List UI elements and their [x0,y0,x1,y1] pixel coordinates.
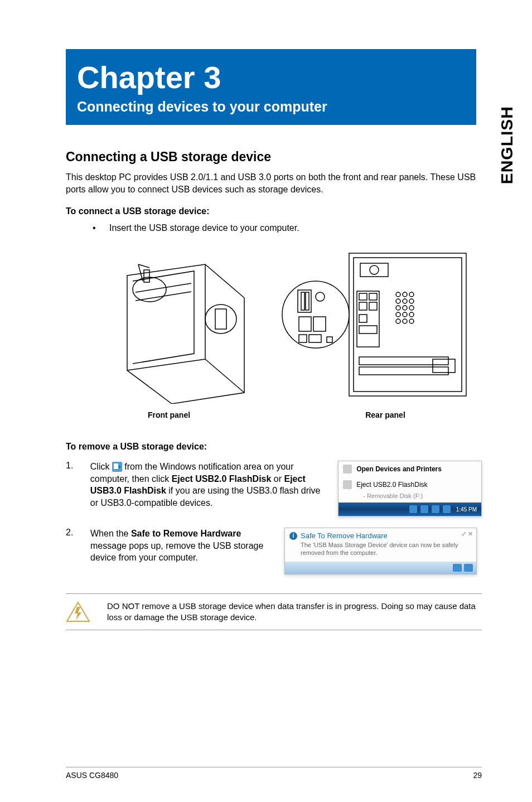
step-1-mid2: or [271,474,284,484]
svg-marker-52 [75,607,81,620]
balloon-title-text: Safe To Remove Hardware [301,532,388,540]
step-2-text: When the Safe to Remove Hardware message… [90,528,274,564]
taskbar-icon [432,505,439,513]
step-2-pre: When the [90,529,131,538]
taskbar: 1:45 PM [338,503,481,516]
connect-bullet-text: Insert the USB storage device to your co… [109,223,299,233]
section-heading: Connecting a USB storage device [66,149,482,165]
language-side-label: ENGLISH [497,106,516,184]
remove-heading: To remove a USB storage device: [66,442,482,452]
connect-heading: To connect a USB storage device: [66,206,482,216]
info-icon: i [289,532,297,540]
chapter-title: Chapter 3 [77,59,465,95]
step-1-text: Click from the Windows notification area… [90,461,328,509]
tray-eject-icon [112,462,122,472]
balloon-taskbar [285,562,476,574]
taskbar-icon [443,505,451,513]
lightning-warning-icon [66,601,90,622]
rear-panel-diagram [277,248,472,404]
page-footer: ASUS CG8480 29 [66,767,482,780]
popup-open-devices[interactable]: Open Devices and Printers [338,461,481,477]
svg-line-11 [138,264,149,268]
bullet-dot: • [93,223,109,233]
balloon-body: The 'USB Mass Storage Device' device can… [289,541,472,557]
popup-eject-label: Eject USB2.0 FlashDisk [356,481,427,489]
front-panel-diagram [66,248,261,404]
section-intro: This desktop PC provides USB 2.0/1.1 and… [66,171,482,195]
eject-popup: Open Devices and Printers Eject USB2.0 F… [338,461,482,516]
taskbar-icon [409,505,417,513]
balloon-close-icon[interactable]: ⤢ ✕ [461,530,473,538]
warning-text: DO NOT remove a USB storage device when … [107,601,482,624]
taskbar-icon [420,505,428,513]
step-1-pre: Click [90,462,112,471]
step-2: 2. When the Safe to Remove Hardware mess… [66,528,482,574]
balloon-tb-icon [453,564,462,572]
connect-bullet-row: • Insert the USB storage device to your … [66,223,482,233]
step-1-b1: Eject USB2.0 FlashDisk [172,474,272,484]
chapter-subtitle: Connecting devices to your computer [77,99,465,115]
devices-icon [343,465,352,474]
step-1-num: 1. [66,461,80,471]
popup-open-devices-label: Open Devices and Printers [356,465,442,473]
svg-point-41 [282,281,349,348]
taskbar-time: 1:45 PM [456,506,477,513]
step-2-post: message pops up, remove the USB storage … [90,541,263,563]
safe-remove-balloon: ⤢ ✕ i Safe To Remove Hardware The 'USB M… [284,528,477,574]
step-1: 1. Click from the Windows notification a… [66,461,482,516]
footer-page-number: 29 [473,771,482,780]
caption-front: Front panel [66,410,272,419]
footer-model: ASUS CG8480 [66,771,118,780]
diagrams-row [66,248,482,404]
chapter-header: Chapter 3 Connecting devices to your com… [66,49,476,125]
step-2-b1: Safe to Remove Hardware [131,529,241,538]
popup-drive-sub: - Removable Disk (F:) [338,492,481,503]
popup-eject-item[interactable]: Eject USB2.0 FlashDisk [338,477,481,492]
step-2-num: 2. [66,528,80,538]
drive-icon [343,480,352,489]
warning-block: DO NOT remove a USB storage device when … [66,593,482,631]
diagram-captions: Front panel Rear panel [66,410,482,419]
balloon-tb-icon [464,564,473,572]
balloon-title: i Safe To Remove Hardware [289,532,472,540]
svg-marker-0 [127,264,244,404]
caption-rear: Rear panel [272,410,482,419]
